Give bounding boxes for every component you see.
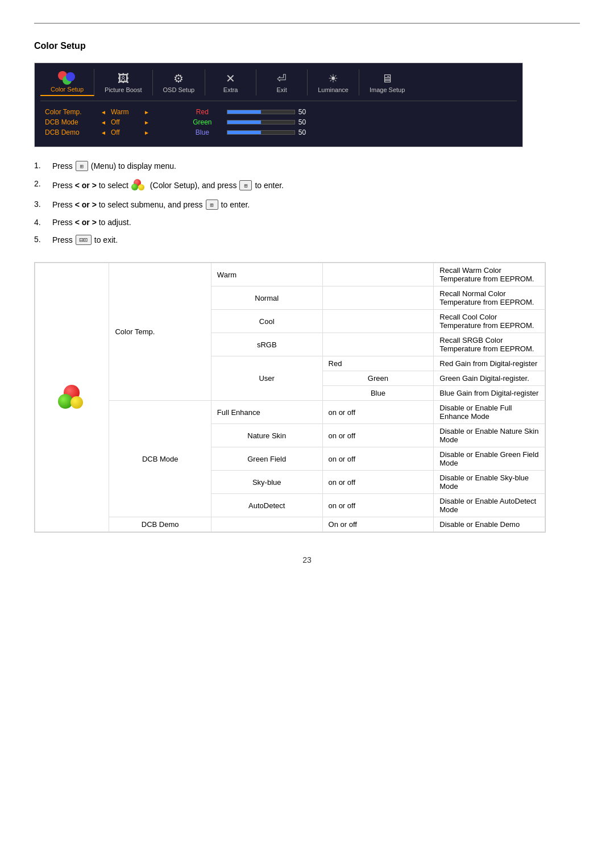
srgb-label-cell: sRGB xyxy=(211,333,322,356)
balls-icon xyxy=(58,385,86,410)
osd-arrow-left-2: ◄ xyxy=(101,119,106,126)
osd-green-bar-container: 50 xyxy=(227,118,306,126)
osd-green-val: 50 xyxy=(298,118,306,126)
red-sub-cell: Red xyxy=(322,356,434,371)
osd-dcb-demo-label: DCB Demo xyxy=(45,128,96,136)
autodetect-sub-cell: on or off xyxy=(322,494,434,517)
osd-blue-label: Blue xyxy=(188,128,217,136)
green-field-label-cell: Green Field xyxy=(211,447,322,471)
sky-blue-desc-cell: Disable or Enable Sky-blue Mode xyxy=(434,471,545,494)
menu-kbd-icon-2: ⊞ xyxy=(239,180,252,190)
exit-nav-icon: ⏎ xyxy=(277,72,287,85)
luminance-icon: ☀ xyxy=(328,72,338,85)
osd-nav-color-label: Color Setup xyxy=(51,86,84,93)
page-number: 23 xyxy=(34,555,580,564)
instr-num-4: 4. xyxy=(34,218,48,227)
instr-5-after: to exit. xyxy=(94,235,118,244)
osd-blue-bar-container: 50 xyxy=(227,128,306,136)
user-label-cell: User xyxy=(211,356,322,401)
instr-4-text: Press < or > to adjust. xyxy=(52,218,131,227)
instr-text-3: Press < or > to select submenu, and pres… xyxy=(52,200,250,210)
green-desc-cell: Green Gain Digital-register. xyxy=(434,371,545,386)
full-enhance-desc-cell: Disable or Enable Full Enhance Mode xyxy=(434,401,545,424)
instr-text-1: Press ⊞ (Menu) to display menu. xyxy=(52,161,176,171)
full-enhance-label-cell: Full Enhance xyxy=(211,401,322,424)
balls-cell xyxy=(35,263,109,532)
dcb-demo-sub2-cell: On or off xyxy=(322,517,434,532)
page-title: Color Setup xyxy=(34,41,580,51)
table-row: Color Temp. Warm Recall Warm Color Tempe… xyxy=(35,263,545,286)
instr-text-5: Press ⊟⊡ to exit. xyxy=(52,235,118,245)
osd-row-color-temp: Color Temp. ◄ Warm ► Red 50 xyxy=(45,108,512,116)
osd-nav-exit-label: Exit xyxy=(276,86,287,93)
osd-screenshot: Color Setup 🖼 Picture Boost ⚙ OSD Setup … xyxy=(34,63,523,147)
red-desc-cell: Red Gain from Digital-register xyxy=(434,356,545,371)
osd-arrow-right-1: ► xyxy=(144,109,150,115)
osd-dcb-demo-value: Off xyxy=(111,128,139,136)
menu-kbd-icon-1: ⊞ xyxy=(76,161,88,171)
cool-sub-cell xyxy=(322,310,434,333)
image-setup-icon: 🖥 xyxy=(381,72,393,85)
osd-color-temp-value: Warm xyxy=(111,108,139,116)
dcb-demo-label-cell: DCB Demo xyxy=(109,517,211,532)
osd-nav-extra-label: Extra xyxy=(223,86,238,93)
osd-setup-icon: ⚙ xyxy=(173,72,184,85)
cool-label-cell: Cool xyxy=(211,310,322,333)
osd-nav-color-setup: Color Setup xyxy=(40,69,94,96)
autodetect-label-cell: AutoDetect xyxy=(211,494,322,517)
osd-nav-extra: ✕ Extra xyxy=(205,69,256,95)
autodetect-desc-cell: Disable or Enable AutoDetect Mode xyxy=(434,494,545,517)
nature-skin-sub-cell: on or off xyxy=(322,424,434,447)
instr-text-2: Press < or > to select (Color Setup), an… xyxy=(52,179,284,192)
osd-green-label: Green xyxy=(188,118,217,126)
instruction-1: 1. Press ⊞ (Menu) to display menu. xyxy=(34,161,580,171)
instruction-3: 3. Press < or > to select submenu, and p… xyxy=(34,200,580,210)
osd-nav-image-setup: 🖥 Image Setup xyxy=(359,70,415,95)
osd-blue-val: 50 xyxy=(298,128,306,136)
dcb-demo-sub1-cell xyxy=(211,517,322,532)
normal-sub-cell xyxy=(322,286,434,310)
instr-1-press: Press xyxy=(52,161,73,171)
warm-desc-cell: Recall Warm Color Temperature from EEPRO… xyxy=(434,263,545,286)
instr-1-after: (Menu) to display menu. xyxy=(91,161,176,171)
instr-num-3: 3. xyxy=(34,200,48,209)
dcb-mode-label-cell: DCB Mode xyxy=(109,401,211,517)
instr-2-text1: Press < or > to select xyxy=(52,181,128,190)
instruction-4: 4. Press < or > to adjust. xyxy=(34,218,580,227)
green-field-desc-cell: Disable or Enable Green Field Mode xyxy=(434,447,545,471)
osd-arrow-left-1: ◄ xyxy=(101,109,106,115)
osd-arrow-left-3: ◄ xyxy=(101,130,106,136)
warm-sub-cell xyxy=(322,263,434,286)
osd-dcb-mode-label: DCB Mode xyxy=(45,118,96,126)
osd-nav-image-label: Image Setup xyxy=(370,86,405,93)
instr-num-2: 2. xyxy=(34,179,48,188)
osd-arrow-right-2: ► xyxy=(144,119,150,126)
cool-desc-cell: Recall Cool Color Temperature from EEPRO… xyxy=(434,310,545,333)
top-divider xyxy=(34,23,580,24)
table-row: DCB Mode Full Enhance on or off Disable … xyxy=(35,401,545,424)
sky-blue-label-cell: Sky-blue xyxy=(211,471,322,494)
instruction-5: 5. Press ⊟⊡ to exit. xyxy=(34,235,580,245)
srgb-desc-cell: Recall SRGB Color Temperature from EEPRO… xyxy=(434,333,545,356)
menu-kbd-icon-3: ⊞ xyxy=(206,200,218,210)
extra-icon: ✕ xyxy=(226,72,235,85)
instruction-2: 2. Press < or > to select (Color Setup),… xyxy=(34,179,580,192)
color-setup-inline-icon xyxy=(131,179,147,192)
osd-blue-bar xyxy=(227,130,295,135)
osd-nav-bar: Color Setup 🖼 Picture Boost ⚙ OSD Setup … xyxy=(40,69,517,101)
nature-skin-desc-cell: Disable or Enable Nature Skin Mode xyxy=(434,424,545,447)
blue-desc-cell: Blue Gain from Digital-register xyxy=(434,386,545,401)
osd-nav-exit: ⏎ Exit xyxy=(256,69,308,95)
osd-row-dcb-demo: DCB Demo ◄ Off ► Blue 50 xyxy=(45,128,512,136)
srgb-sub-cell xyxy=(322,333,434,356)
blue-sub-cell: Blue xyxy=(322,386,434,401)
instr-text-4: Press < or > to adjust. xyxy=(52,218,131,227)
osd-red-bar xyxy=(227,110,295,114)
osd-red-bar-container: 50 xyxy=(227,108,306,116)
exit-kbd-icon: ⊟⊡ xyxy=(76,235,92,245)
warm-label-cell: Warm xyxy=(211,263,322,286)
green-sub-cell: Green xyxy=(322,371,434,386)
ball-yellow xyxy=(70,396,83,409)
osd-nav-luminance: ☀ Luminance xyxy=(308,69,359,95)
osd-nav-osd-setup: ⚙ OSD Setup xyxy=(153,69,206,95)
